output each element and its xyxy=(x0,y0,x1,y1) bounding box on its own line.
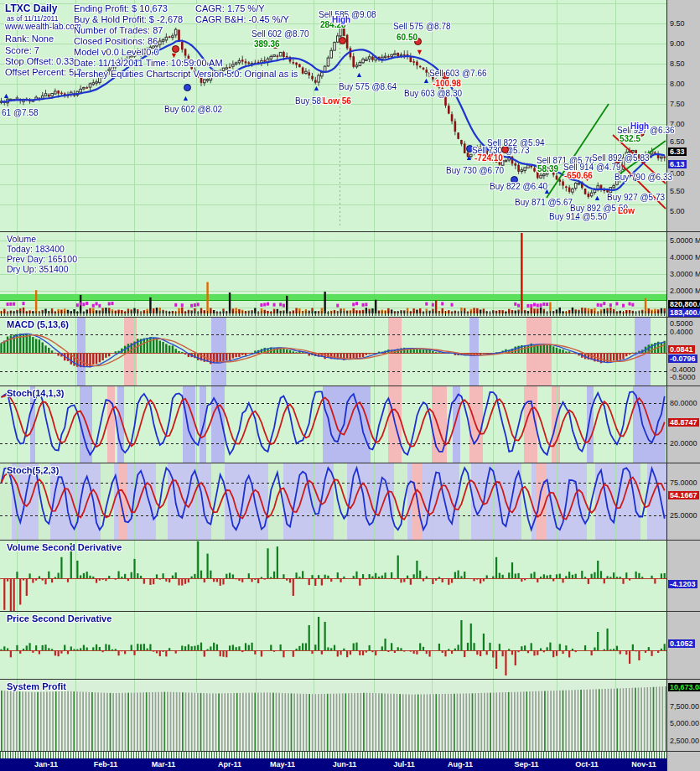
axis-value-badge: -4.1203 xyxy=(668,580,697,588)
month-label: May-11 xyxy=(270,760,295,768)
trade-marker-dot xyxy=(339,37,346,44)
trade-annotation: Sell 602 @8.70 xyxy=(251,29,309,39)
trade-annotation: Buy 603 @8.30 xyxy=(404,89,462,98)
buy-arrow-icon: ▲ xyxy=(465,154,473,162)
pane-title: Stoch(5,2,3) xyxy=(7,465,59,475)
axis-value-badge: 0.1052 xyxy=(668,639,695,648)
axis-tick-label: 80.0000 xyxy=(670,399,697,407)
stat-line: Model v0.0 Level 0.0 xyxy=(74,47,159,57)
trade-annotation: Buy 790 @6.33 xyxy=(614,173,672,182)
axis-value-badge: 6.33 xyxy=(668,147,687,156)
month-label: Apr-11 xyxy=(218,760,241,768)
volume-legend-line: Volume xyxy=(7,234,36,244)
axis-corner xyxy=(666,752,700,771)
trade-annotation: Sell 822 @5.94 xyxy=(487,138,545,147)
axis-tick-label: 8.00 xyxy=(670,80,685,88)
loss-label: -724.10 xyxy=(474,153,503,163)
month-label: Feb-11 xyxy=(94,760,118,768)
axis-value-badge: -0.0796 xyxy=(668,354,697,363)
buy-arrow-icon: ▲ xyxy=(313,85,320,92)
symbol-title: LTXC Daily xyxy=(5,3,57,14)
stat-line: CAGR B&H: -0.45 %/Y xyxy=(195,14,289,24)
trade-annotation: Buy 602 @8.02 xyxy=(164,105,222,114)
wealth-lab-chart-window: LTXC Daily as of 11/11/2011 www.wealth-l… xyxy=(0,0,700,771)
pane-title: Stoch(14,1,3) xyxy=(7,388,64,398)
pane-title: MACD (5,13,6) xyxy=(7,319,69,329)
stat-line: Buy & Hold Profit: $ -2,678 xyxy=(74,14,183,24)
loss-label: -650.66 xyxy=(564,171,593,180)
axis-tick-label: 2,500.00 xyxy=(670,737,699,745)
month-label: Jul-11 xyxy=(393,760,415,768)
stat-line: Number of Trades: 87 xyxy=(74,25,163,35)
axis-tick-label: 5.00 xyxy=(670,207,685,215)
trade-annotation: Buy 927 @5.73 xyxy=(607,193,665,202)
axis-value-badge: 6.13 xyxy=(668,160,687,168)
stat-line: CAGR: 1.75 %/Y xyxy=(195,3,265,13)
axis-value-badge: 0.0841 xyxy=(668,345,695,354)
trade-annotation: Buy 914 @5.50 xyxy=(549,212,607,221)
axis-tick-label: 5,000.00 xyxy=(670,719,699,727)
buy-arrow-icon: ▲ xyxy=(543,188,551,195)
volume-legend-line: Dry Up: 351400 xyxy=(7,264,69,274)
axis-tick-label: 6.50 xyxy=(670,137,685,146)
axis-tick-label: 5.0000 M xyxy=(670,236,700,245)
date-tick-strip xyxy=(0,752,666,758)
date-axis: Jan-11Feb-11Mar-11Apr-11May-11Jun-11Jul-… xyxy=(0,758,666,771)
value-axis-gutter: 9.509.008.508.007.507.006.506.336.136.00… xyxy=(666,0,700,752)
pane-separator xyxy=(0,317,700,318)
buy-arrow-icon: ▲ xyxy=(594,194,601,202)
trade-annotation: 61 @7.58 xyxy=(2,108,39,117)
buy-arrow-icon: ▲ xyxy=(3,92,10,100)
month-label: Jan-11 xyxy=(34,760,58,768)
axis-tick-label: 75.0000 xyxy=(670,479,697,487)
axis-tick-label: 0.4000 xyxy=(670,328,693,336)
chart-canvas[interactable] xyxy=(0,0,666,752)
pane-title: System Profit xyxy=(7,681,66,691)
trade-annotation: Buy 585 xyxy=(295,96,326,106)
loss-label: -100.98 xyxy=(433,79,461,88)
axis-tick-label: 25.0000 xyxy=(670,511,697,520)
stat-line: Ending Profit: $ 10,673 xyxy=(74,3,168,13)
score-label: Score: 7 xyxy=(5,45,39,55)
axis-value-badge: 48.8747 xyxy=(668,418,699,427)
trade-annotation: Buy 730 @6.70 xyxy=(446,166,504,175)
pane-separator xyxy=(0,463,700,463)
axis-value-badge: 820,800.0 xyxy=(668,300,700,308)
axis-tick-label: -0.5000 xyxy=(670,373,696,381)
profit-label: 532.5 xyxy=(620,134,640,143)
trade-annotation: Buy 575 @8.64 xyxy=(339,82,397,91)
pane-separator xyxy=(0,386,700,386)
axis-tick-label: 0.5000 xyxy=(670,319,693,328)
axis-tick-label: 9.00 xyxy=(670,39,685,48)
month-label: Mar-11 xyxy=(152,760,176,768)
rank-label: Rank: None xyxy=(5,34,54,44)
site-link[interactable]: www.wealth-lab.com xyxy=(5,22,81,31)
stat-line: Closed Positions: 86 xyxy=(74,36,158,46)
axis-tick-label: 4.0000 M xyxy=(670,253,700,261)
profit-label: 58.39 xyxy=(537,164,558,173)
trade-marker-dot xyxy=(184,84,191,91)
sell-arrow-icon: ▼ xyxy=(170,52,178,60)
pane-separator xyxy=(0,679,700,680)
high-tag: High xyxy=(332,15,350,24)
trade-annotation: Sell 603 @7.66 xyxy=(429,69,487,78)
axis-tick-label: 7.50 xyxy=(670,100,685,108)
buy-arrow-icon: ▲ xyxy=(355,71,363,79)
pane-separator xyxy=(0,611,700,612)
axis-tick-label: 2.0000 M xyxy=(670,287,700,295)
profit-label: 389.36 xyxy=(254,39,280,49)
high-tag: High xyxy=(630,122,649,131)
axis-tick-label: 9.50 xyxy=(670,19,685,28)
month-label: Oct-11 xyxy=(575,760,599,768)
pane-separator xyxy=(0,751,700,752)
trade-annotation: Sell 892 @5.83 xyxy=(592,153,650,163)
pane-title: Volume Second Derivative xyxy=(7,542,122,552)
volume-legend-line: Prev Day: 165100 xyxy=(7,254,77,264)
sell-arrow-icon: ▼ xyxy=(416,49,423,56)
axis-value-badge: 183,400.0 xyxy=(668,308,700,317)
buy-arrow-icon: ▲ xyxy=(182,95,189,102)
month-label: Sep-11 xyxy=(514,760,538,768)
trade-annotation: Sell 575 @8.78 xyxy=(393,22,451,31)
stat-line: Date: 11/13/2011 Time: 10:59:00 AM xyxy=(74,58,223,68)
low-tag: Low xyxy=(618,206,635,215)
